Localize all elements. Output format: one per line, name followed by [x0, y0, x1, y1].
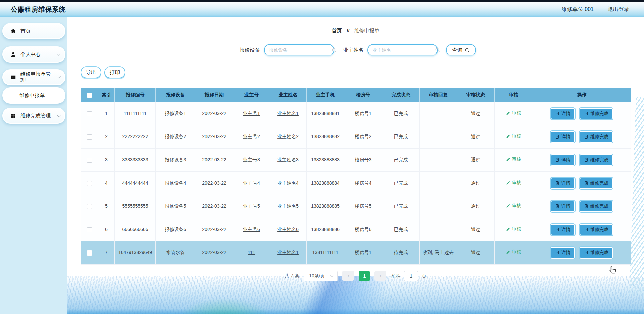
cell-owner-name: 业主姓名6	[270, 218, 307, 241]
sidebar-item-repair-request-form[interactable]: 维修申报单	[2, 87, 65, 104]
cell-building: 楼房号2	[344, 125, 382, 148]
prev-page-button[interactable]: ‹	[342, 271, 354, 281]
select-all-checkbox[interactable]	[87, 93, 92, 98]
owner-search-input[interactable]	[372, 47, 433, 53]
cell-phone: 13823888883	[307, 148, 344, 171]
logout-link[interactable]: 退出登录	[608, 6, 629, 13]
table-row: 3 3333333333 报修设备3 2022-03-22 业主号3 业主姓名3…	[81, 148, 631, 171]
goto-page-input[interactable]	[404, 271, 418, 281]
cell-owner-no: 业主号5	[233, 195, 270, 218]
row-checkbox[interactable]	[87, 111, 92, 116]
row-checkbox[interactable]	[87, 250, 92, 256]
current-user-label: 维修单位 001	[562, 6, 594, 13]
sidebar-item-personal-center[interactable]: 个人中心	[2, 46, 65, 63]
cell-status: 已完成	[382, 171, 420, 195]
detail-button[interactable]: 详情	[551, 108, 575, 119]
cell-status: 已完成	[382, 102, 420, 125]
cell-audit-status: 通过	[457, 148, 495, 171]
cell-building: 楼房号4	[344, 171, 382, 195]
repair-complete-button-label: 维修完成	[590, 250, 608, 256]
repair-complete-button[interactable]: 维修完成	[580, 154, 613, 166]
cell-building: 楼房号1	[344, 102, 382, 125]
table-row: 4 4444444444 报修设备4 2022-03-22 业主号4 业主姓名4…	[81, 171, 631, 195]
pencil-icon	[506, 181, 510, 185]
sidebar-item-label: 维修申报单	[19, 92, 45, 99]
detail-button[interactable]: 详情	[551, 131, 575, 143]
column-header: 审核状态	[457, 88, 495, 102]
audit-link[interactable]: 审核	[506, 133, 521, 140]
cell-audit-reply	[420, 148, 457, 171]
audit-link[interactable]: 审核	[506, 249, 521, 256]
audit-link[interactable]: 审核	[506, 156, 521, 163]
cell-owner-name: 业主姓名3	[270, 148, 307, 171]
message-icon	[10, 75, 16, 80]
main-content: 首页 // 维修申报单 报修设备 业主姓名 查询 导出 打印	[67, 17, 644, 314]
cell-repair-no: 1111111111	[115, 102, 156, 125]
chevron-down-icon	[57, 52, 61, 56]
cell-date: 2022-03-22	[195, 171, 233, 195]
audit-link[interactable]: 审核	[506, 226, 521, 232]
query-button[interactable]: 查询	[446, 44, 476, 56]
detail-button[interactable]: 详情	[551, 178, 575, 189]
cell-date: 2022-03-22	[195, 218, 233, 241]
audit-link[interactable]: 审核	[506, 179, 521, 186]
current-page-button[interactable]: 1	[359, 271, 370, 281]
sidebar-item-repair-complete-mgmt[interactable]: 维修完成管理	[2, 108, 65, 124]
diagonal-stripes-decoration	[629, 97, 644, 295]
detail-button[interactable]: 详情	[551, 224, 575, 235]
repair-complete-button-label: 维修完成	[590, 180, 608, 186]
detail-button[interactable]: 详情	[551, 247, 575, 259]
detail-button[interactable]: 详情	[551, 154, 575, 166]
sidebar-item-repair-request-mgmt[interactable]: 维修申报单管理	[2, 69, 65, 85]
repair-complete-button[interactable]: 维修完成	[580, 108, 613, 119]
cell-owner-name: 业主姓名4	[270, 171, 307, 195]
audit-link[interactable]: 审核	[506, 110, 521, 116]
owner-search-field	[367, 44, 438, 56]
cell-audit-reply	[420, 195, 457, 218]
document-icon	[584, 111, 588, 116]
cell-phone: 13823888886	[307, 218, 344, 241]
document-icon	[555, 181, 559, 185]
row-checkbox[interactable]	[87, 134, 92, 140]
row-checkbox[interactable]	[87, 227, 92, 232]
document-icon	[555, 227, 559, 232]
sidebar-item-home[interactable]: 首页	[2, 23, 65, 39]
cell-building: 楼房号5	[344, 195, 382, 218]
repair-complete-button[interactable]: 维修完成	[580, 131, 613, 143]
row-checkbox[interactable]	[87, 204, 92, 209]
cell-owner-no: 业主号4	[233, 171, 270, 195]
cell-device: 报修设备1	[156, 102, 195, 125]
document-icon	[555, 250, 559, 255]
breadcrumb-home-link[interactable]: 首页	[332, 28, 342, 33]
audit-link[interactable]: 审核	[506, 202, 521, 209]
table-row: 6 6666666666 报修设备6 2022-03-22 业主号6 业主姓名6…	[81, 218, 631, 241]
audit-link-label: 审核	[512, 110, 521, 116]
audit-link-label: 审核	[512, 156, 521, 163]
next-page-button[interactable]: ›	[374, 271, 386, 281]
cell-index: 1	[98, 102, 115, 125]
pagination: 共 7 条 10条/页 ‹ 1 › 前往 页	[67, 271, 644, 281]
cell-audit-status: 通过	[457, 102, 495, 125]
column-header: 索引	[98, 88, 115, 102]
device-search-input[interactable]	[269, 47, 330, 53]
cell-phone: 13823888882	[307, 125, 344, 148]
cell-date: 2022-03-22	[195, 148, 233, 171]
print-button[interactable]: 打印	[104, 66, 125, 78]
search-form: 报修设备 业主姓名 查询	[67, 44, 644, 56]
cell-date: 2022-03-22	[195, 102, 233, 125]
cell-index: 7	[98, 241, 115, 264]
audit-link-label: 审核	[512, 133, 521, 140]
export-button[interactable]: 导出	[81, 66, 101, 78]
row-checkbox[interactable]	[87, 181, 92, 186]
repair-complete-button[interactable]: 维修完成	[580, 247, 613, 259]
user-icon	[10, 52, 16, 57]
row-checkbox[interactable]	[87, 158, 92, 163]
cell-device: 报修设备6	[156, 218, 195, 241]
column-header: 业主姓名	[270, 88, 307, 102]
page-size-select[interactable]: 10条/页	[304, 271, 338, 281]
repair-complete-button[interactable]: 维修完成	[580, 201, 613, 212]
cell-phone: 13823888884	[307, 171, 344, 195]
repair-complete-button[interactable]: 维修完成	[580, 178, 613, 189]
detail-button[interactable]: 详情	[551, 201, 575, 212]
repair-complete-button[interactable]: 维修完成	[580, 224, 613, 235]
